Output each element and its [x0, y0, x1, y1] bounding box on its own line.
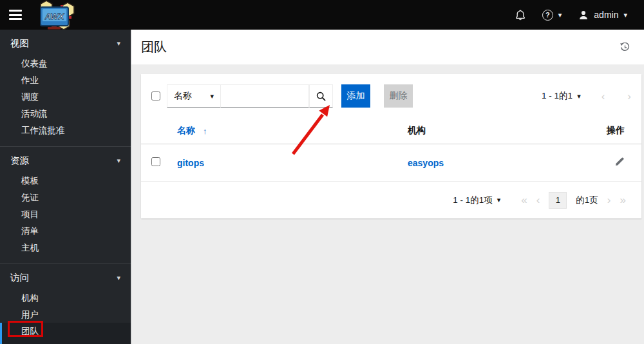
- page-title: 团队: [141, 39, 167, 56]
- column-header-organization: 机构: [408, 125, 583, 137]
- chevron-down-icon: ▾: [117, 40, 120, 47]
- next-page-button[interactable]: ›: [627, 91, 631, 102]
- pagination-summary-dropdown[interactable]: 1 - 1的1 ▾: [542, 90, 581, 102]
- sidebar-nav: 视图 ▾ 仪表盘 作业 调度 活动流 工作流批准 资源 ▾ 模板 凭证 项目 清…: [0, 30, 131, 344]
- search-icon: [316, 91, 326, 101]
- pagination-summary-label: 1 - 1的1: [542, 90, 573, 102]
- user-caret-down-icon: ▾: [623, 12, 627, 19]
- footer-pagination-caret-down-icon: ▾: [497, 196, 501, 204]
- toolbar-pagination: 1 - 1的1 ▾ ‹ ›: [542, 90, 631, 102]
- first-page-button[interactable]: «: [521, 195, 527, 205]
- of-pages-label: 的1页: [576, 195, 598, 206]
- team-organization-link[interactable]: easyops: [408, 158, 583, 168]
- current-page-input[interactable]: 1: [549, 192, 567, 209]
- awx-logo[interactable]: AWX: [35, 0, 76, 30]
- column-header-actions: 操作: [583, 125, 641, 137]
- select-all-checkbox[interactable]: [151, 91, 160, 100]
- chevron-down-icon: ▾: [117, 274, 120, 282]
- prev-page-button[interactable]: ‹: [536, 195, 540, 205]
- sidebar-item-projects[interactable]: 项目: [0, 205, 131, 222]
- nav-group-views-header[interactable]: 视图 ▾: [0, 37, 131, 50]
- next-page-button[interactable]: ›: [607, 195, 611, 205]
- awx-logo-image: AWX: [35, 0, 76, 30]
- sort-ascending-icon: ↑: [203, 126, 207, 136]
- help-caret-down-icon: ▾: [558, 12, 562, 19]
- footer-pagination: 1 - 1的1项 ▾ « ‹ 1 的1页 › »: [141, 182, 641, 218]
- sidebar-item-hosts[interactable]: 主机: [0, 239, 131, 256]
- filter-type-label: 名称: [174, 90, 192, 102]
- top-navbar: AWX ? ▾ admin ▾: [0, 0, 644, 30]
- search-input[interactable]: [221, 84, 309, 108]
- user-menu[interactable]: admin ▾: [578, 10, 627, 20]
- user-icon: [578, 10, 589, 20]
- topbar-actions: ? ▾ admin ▾: [515, 10, 644, 21]
- sidebar-item-inventories[interactable]: 清单: [0, 222, 131, 239]
- nav-group-resources-header[interactable]: 资源 ▾: [0, 155, 131, 167]
- svg-text:AWX: AWX: [44, 12, 65, 21]
- sidebar-item-workflow-approvals[interactable]: 工作流批准: [0, 122, 131, 139]
- table-row: gitops easyops: [141, 144, 641, 182]
- sidebar-item-schedules[interactable]: 调度: [0, 88, 131, 105]
- sidebar-item-jobs[interactable]: 作业: [0, 72, 131, 88]
- table-header-row: 名称 ↑ 机构 操作: [141, 118, 641, 144]
- help-icon: ?: [542, 10, 553, 21]
- list-toolbar: 名称 ▾ 添加 删除 1 - 1的1 ▾ ‹ ›: [141, 74, 641, 118]
- sidebar-item-teams[interactable]: 团队: [0, 323, 131, 344]
- search-button[interactable]: [309, 84, 333, 108]
- filter-type-select[interactable]: 名称 ▾: [167, 84, 221, 108]
- last-page-button[interactable]: »: [620, 195, 626, 205]
- main-content: 团队 名称 ▾ 添加 删除 1 - 1: [131, 30, 644, 344]
- nav-group-views-label: 视图: [10, 37, 29, 50]
- footer-pagination-summary-dropdown[interactable]: 1 - 1的1项 ▾: [453, 195, 500, 206]
- nav-group-access-label: 访问: [10, 272, 29, 284]
- activity-history-icon[interactable]: [620, 43, 630, 52]
- footer-pagination-summary-label: 1 - 1的1项: [453, 195, 493, 206]
- pagination-caret-down-icon: ▾: [577, 93, 581, 100]
- sidebar-item-credentials[interactable]: 凭证: [0, 189, 131, 205]
- nav-group-resources-label: 资源: [10, 155, 29, 167]
- sidebar-item-activity-stream[interactable]: 活动流: [0, 105, 131, 122]
- sidebar-item-teams-label: 团队: [21, 327, 39, 336]
- hamburger-menu-icon[interactable]: [9, 10, 22, 20]
- edit-pencil-icon[interactable]: [614, 157, 625, 167]
- username-label: admin: [594, 10, 618, 20]
- sidebar-item-dashboard[interactable]: 仪表盘: [0, 55, 131, 72]
- sidebar-item-users[interactable]: 用户: [0, 306, 131, 323]
- notifications-bell-icon[interactable]: [515, 10, 526, 21]
- row-select-checkbox[interactable]: [151, 157, 160, 166]
- nav-group-resources: 资源 ▾ 模板 凭证 项目 清单 主机: [0, 147, 131, 264]
- add-button[interactable]: 添加: [341, 84, 370, 108]
- nav-group-access: 访问 ▾ 机构 用户 团队: [0, 264, 131, 344]
- footer-pagination-nav: « ‹ 1 的1页 › »: [521, 192, 626, 209]
- nav-group-access-header[interactable]: 访问 ▾: [0, 272, 131, 284]
- select-caret-down-icon: ▾: [210, 93, 214, 100]
- chevron-down-icon: ▾: [117, 157, 120, 164]
- column-header-name[interactable]: 名称 ↑: [177, 125, 408, 137]
- sidebar-item-organizations[interactable]: 机构: [0, 289, 131, 306]
- row-actions: [583, 157, 641, 169]
- nav-group-views: 视图 ▾ 仪表盘 作业 调度 活动流 工作流批准: [0, 30, 131, 147]
- delete-button[interactable]: 删除: [384, 84, 413, 108]
- teams-list-card: 名称 ▾ 添加 删除 1 - 1的1 ▾ ‹ ›: [141, 74, 641, 218]
- sidebar-item-templates[interactable]: 模板: [0, 172, 131, 189]
- page-header: 团队: [131, 30, 644, 64]
- team-name-link[interactable]: gitops: [177, 158, 408, 168]
- help-menu[interactable]: ? ▾: [542, 10, 562, 21]
- column-header-name-label: 名称: [177, 125, 195, 137]
- awx-app: AWX ? ▾ admin ▾ 视图 ▾ 仪表盘 作业: [0, 0, 644, 344]
- prev-page-button[interactable]: ‹: [601, 91, 605, 102]
